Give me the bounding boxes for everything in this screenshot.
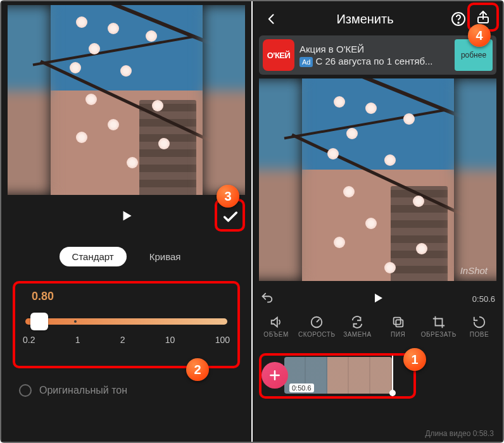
add-clip-button[interactable] — [261, 362, 288, 389]
speed-slider-thumb[interactable] — [30, 313, 48, 330]
share-button[interactable] — [467, 3, 499, 32]
clip-duration-badge: 0:50.6 — [289, 384, 314, 392]
editor-header: Изменить — [253, 5, 503, 33]
help-button[interactable] — [447, 8, 470, 30]
watermark[interactable]: InShot — [460, 265, 488, 276]
speed-value: 0.80 — [13, 281, 240, 309]
svg-point-1 — [458, 22, 459, 23]
tool-rotate[interactable]: ПОВЕ — [460, 315, 499, 338]
play-button[interactable] — [370, 290, 386, 308]
tab-standard[interactable]: Стандарт — [60, 247, 127, 266]
tool-speed[interactable]: СКОРОСТЬ — [297, 315, 336, 338]
screen-editor-main: Изменить О'КЕЙ Акция в О'КЕЙ AdС 26 авгу… — [253, 1, 503, 442]
svg-rect-4 — [396, 320, 403, 327]
confirm-button[interactable] — [216, 201, 245, 234]
page-title: Изменить — [336, 12, 393, 27]
play-button[interactable] — [118, 208, 135, 227]
original-tone-toggle[interactable]: Оригинальный тон — [19, 384, 127, 397]
tool-copy[interactable]: ПИЯ — [379, 315, 418, 338]
video-preview — [8, 5, 245, 195]
tool-crop[interactable]: ОБРЕЗАТЬ — [419, 315, 458, 338]
back-button[interactable] — [260, 8, 283, 30]
ad-cta-button[interactable]: робнее — [455, 39, 493, 71]
speed-ticks: 0.2 1 2 10 100 — [23, 335, 230, 345]
speed-mode-tabs: Стандарт Кривая — [1, 247, 251, 266]
ad-badge: Ad — [299, 57, 313, 67]
screen-speed-adjust: Стандарт Кривая 0.80 0.2 1 2 10 100 Ориг… — [1, 1, 251, 442]
ad-subtext: С 26 августа по 1 сентяб... — [315, 56, 432, 66]
original-tone-label: Оригинальный тон — [39, 385, 127, 396]
speed-slider-panel: 0.80 0.2 1 2 10 100 — [13, 281, 240, 368]
tool-strip: ОБЪЕМ СКОРОСТЬ ЗАМЕНА ПИЯ ОБРЕЗАТЬ ПОВЕ — [253, 315, 503, 338]
split-handle[interactable] — [389, 390, 396, 396]
radio-icon — [19, 384, 32, 397]
video-preview: InShot — [259, 78, 496, 281]
svg-rect-5 — [393, 318, 400, 325]
speed-slider[interactable] — [25, 315, 227, 328]
timeline[interactable]: 0:50.6 — [259, 356, 496, 405]
tool-volume[interactable]: ОБЪЕМ — [256, 315, 296, 338]
ad-logo: О'КЕЙ — [263, 39, 294, 71]
ad-headline: Акция в О'КЕЙ — [299, 43, 450, 56]
tab-curve[interactable]: Кривая — [137, 247, 194, 266]
total-duration: Длина видео 0:58.3 — [425, 429, 494, 438]
ad-banner[interactable]: О'КЕЙ Акция в О'КЕЙ AdС 26 августа по 1 … — [259, 35, 496, 75]
tool-replace[interactable]: ЗАМЕНА — [337, 315, 377, 338]
